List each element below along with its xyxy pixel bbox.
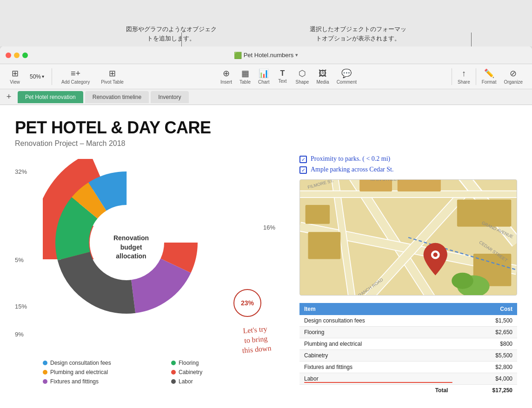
- table-row: Cabinetry$5,500: [299, 350, 517, 362]
- chart-label-16: 16%: [263, 224, 275, 231]
- legend-dot: [43, 361, 47, 365]
- chart-label-15: 15%: [15, 303, 27, 310]
- table-header: Item: [299, 303, 452, 315]
- tab-renovation-timeline[interactable]: Renovation timeline: [85, 91, 149, 103]
- application-window: 🟩 Pet Hotel.numbers ▾ ⊞ View 50% ▾ ≡+ Ad…: [0, 46, 532, 408]
- checklist: ✓Proximity to parks. ( < 0.2 mi)✓Ample p…: [299, 155, 517, 174]
- table-cell-cost: $4,000: [452, 373, 517, 385]
- svg-rect-23: [308, 232, 340, 259]
- toolbar: ⊞ View 50% ▾ ≡+ Add Category ⊞ Pivot Tab…: [0, 64, 532, 89]
- shape-icon: ⬡: [299, 68, 306, 79]
- share-icon: ↑: [462, 69, 466, 79]
- budget-table: ItemCostDesign consultation fees$1,500Fl…: [299, 303, 517, 396]
- table-total-label: Total: [299, 385, 452, 396]
- table-row: Design consultation fees$1,500: [299, 315, 517, 327]
- share-button[interactable]: ↑ Share: [454, 67, 474, 86]
- text-button[interactable]: T Text: [273, 67, 292, 86]
- titlebar: 🟩 Pet Hotel.numbers ▾: [0, 46, 532, 64]
- legend-item: Design consultation fees: [43, 360, 156, 366]
- table-header: Cost: [452, 303, 517, 315]
- legend-item: Fixtures and fittings: [43, 378, 156, 385]
- annotation-right: 選択したオブジェクトのフォーマッ トオプションが表示されます。: [310, 25, 406, 43]
- minimize-button[interactable]: [14, 53, 20, 58]
- format-button[interactable]: ✏️ Format: [478, 66, 500, 86]
- table-total-row: Total$17,250: [299, 385, 517, 396]
- checkbox[interactable]: ✓: [299, 166, 307, 174]
- chart-button[interactable]: 📊 Chart: [254, 66, 273, 86]
- pivot-table-button[interactable]: ⊞ Pivot Table: [97, 66, 127, 86]
- comment-icon: 💬: [341, 68, 352, 79]
- legend-dot: [43, 370, 47, 375]
- table-cell-cost: $2,800: [452, 362, 517, 373]
- table-cell-cost: $5,500: [452, 350, 517, 362]
- annotation-area: 図形やグラフのようなオブジェク トを追加します。 選択したオブジェクトのフォーマ…: [0, 0, 532, 46]
- checklist-item: ✓Proximity to parks. ( < 0.2 mi): [299, 155, 517, 163]
- media-button[interactable]: 🖼 Media: [313, 67, 332, 86]
- table-row: Plumbing and electrical$800: [299, 338, 517, 350]
- table-cell-item: Cabinetry: [299, 350, 452, 362]
- table-cell-item: Plumbing and electrical: [299, 338, 452, 350]
- annotation-left: 図形やグラフのようなオブジェク トを追加します。: [126, 25, 217, 43]
- donut-chart: Renovation budget allocation: [43, 159, 219, 336]
- shape-button[interactable]: ⬡ Shape: [292, 66, 313, 86]
- legend-dot: [171, 361, 176, 365]
- sheet-title: PET HOTEL & DAY CARE: [15, 118, 517, 138]
- document-icon: 🟩: [234, 52, 242, 59]
- add-tab-button[interactable]: +: [4, 92, 14, 102]
- svg-rect-20: [359, 180, 392, 191]
- content-area: PET HOTEL & DAY CARE Renovation Project …: [0, 105, 532, 408]
- legend-item: Labor: [171, 378, 285, 385]
- comment-button[interactable]: 💬 Comment: [333, 66, 360, 86]
- tab-pet-hotel-renovation[interactable]: Pet Hotel renovation: [18, 91, 83, 103]
- svg-point-36: [433, 253, 438, 257]
- text-icon: T: [280, 69, 285, 78]
- table-button[interactable]: ▦ Table: [236, 66, 254, 86]
- table-cell-cost: $800: [452, 338, 517, 350]
- callout-23: 23%: [233, 289, 261, 317]
- left-panel: 32% 5% 15% 9% 16%: [15, 155, 285, 396]
- view-icon: ⊞: [12, 68, 19, 79]
- close-button[interactable]: [6, 53, 11, 58]
- zoom-control[interactable]: 50% ▾: [28, 72, 46, 81]
- checklist-item: ✓Ample parking across Cedar St.: [299, 166, 517, 174]
- organize-button[interactable]: ⊘ Organize: [500, 66, 526, 86]
- window-title: 🟩 Pet Hotel.numbers ▾: [234, 52, 299, 59]
- insert-icon: ⊕: [223, 68, 230, 79]
- svg-rect-21: [398, 180, 441, 191]
- toolbar-right: ↑ Share ✏️ Format ⊘ Organize: [450, 66, 526, 86]
- add-category-button[interactable]: ≡+ Add Category: [58, 67, 93, 86]
- svg-rect-22: [306, 205, 330, 224]
- handwritten-note: Let's try to bring this down: [240, 324, 272, 355]
- toolbar-center: ⊕ Insert ▦ Table 📊 Chart T Text ⬡ Shape …: [127, 66, 450, 86]
- toolbar-separator-2: [452, 68, 452, 85]
- view-button[interactable]: ⊞ View: [6, 66, 24, 86]
- chart-label-5: 5%: [15, 257, 24, 263]
- chart-label-32: 32%: [15, 168, 27, 175]
- legend-dot: [171, 379, 176, 384]
- checkbox[interactable]: ✓: [299, 156, 307, 163]
- pivot-table-icon: ⊞: [109, 68, 116, 79]
- insert-button[interactable]: ⊕ Insert: [217, 66, 236, 86]
- legend-item: Cabinetry: [171, 369, 285, 375]
- chart-legend: Design consultation feesFlooringPlumbing…: [43, 360, 285, 385]
- sheet-subtitle: Renovation Project – March 2018: [15, 139, 517, 148]
- media-icon: 🖼: [319, 69, 327, 79]
- table-cell-item: Flooring: [299, 327, 452, 338]
- legend-dot: [43, 379, 47, 384]
- table-cell-cost: $2,650: [452, 327, 517, 338]
- annotation-line-left: [181, 33, 182, 46]
- right-panel: ✓Proximity to parks. ( < 0.2 mi)✓Ample p…: [299, 155, 517, 396]
- table-row: Flooring$2,650: [299, 327, 517, 338]
- chart-icon: 📊: [259, 68, 269, 79]
- donut-center-label: Renovation budget allocation: [103, 234, 159, 261]
- tabbar: + Pet Hotel renovation Renovation timeli…: [0, 89, 532, 105]
- table-row: Fixtures and fittings$2,800: [299, 362, 517, 373]
- traffic-lights: [6, 53, 28, 58]
- tab-inventory[interactable]: Inventory: [151, 91, 188, 103]
- legend-dot: [171, 370, 176, 375]
- annotation-line-right: [471, 33, 472, 46]
- map-container: FILMORE ST. MAIN STREET CEDAR STREET RAN…: [299, 179, 517, 296]
- maximize-button[interactable]: [22, 53, 28, 58]
- legend-item: Plumbing and electrical: [43, 369, 156, 375]
- table-cell-item: Labor: [299, 373, 452, 385]
